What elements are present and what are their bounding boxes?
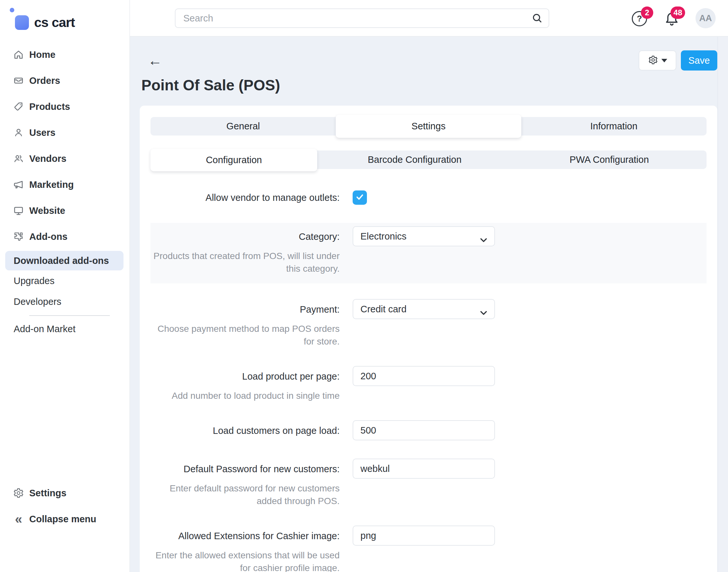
home-icon	[13, 49, 24, 60]
topbar: ? 2 48 AA	[130, 0, 728, 37]
page-header: ← Save	[140, 50, 717, 71]
avatar[interactable]: AA	[696, 8, 716, 28]
tab-pwa-configuration[interactable]: PWA Configuration	[512, 150, 707, 169]
sidebar-footer: Settings « Collapse menu	[0, 480, 129, 572]
sidebar-item-upgrades[interactable]: Upgrades	[0, 270, 129, 291]
header-actions: Save	[639, 50, 717, 71]
field-hint: Add number to load product in single tim…	[150, 389, 340, 402]
notifications-badge: 48	[670, 6, 685, 19]
sidebar-item-add-ons[interactable]: Add-ons	[0, 224, 129, 249]
collapse-chevrons-icon: «	[13, 513, 24, 524]
field-label: Load product per page:	[150, 370, 340, 383]
settings-dropdown-button[interactable]	[639, 50, 676, 71]
main-column: ? 2 48 AA ←	[130, 0, 728, 572]
topbar-actions: ? 2 48 AA	[632, 0, 728, 28]
tab-information[interactable]: Information	[521, 117, 707, 136]
save-button[interactable]: Save	[681, 50, 717, 71]
tab-configuration[interactable]: Configuration	[150, 149, 317, 171]
field-hint: Choose payment method to map POS orders …	[150, 323, 340, 348]
form-row-default-password: Default Password for new customers: Ente…	[150, 458, 707, 507]
sidebar-item-vendors[interactable]: Vendors	[0, 146, 129, 171]
megaphone-icon	[13, 179, 24, 190]
sidebar-item-products[interactable]: Products	[0, 93, 129, 120]
sidebar-item-downloaded-add-ons[interactable]: Downloaded add-ons	[5, 251, 124, 270]
sidebar-item-home[interactable]: Home	[0, 42, 129, 68]
logo-dot	[10, 8, 14, 12]
tab-settings[interactable]: Settings	[336, 115, 521, 138]
search-input[interactable]	[175, 8, 549, 28]
sidebar-item-developers[interactable]: Developers	[0, 291, 129, 312]
chevron-down-icon	[480, 234, 487, 238]
tab-general[interactable]: General	[150, 117, 336, 136]
tab-bar: General Settings Information	[150, 117, 707, 136]
search-bar	[175, 8, 549, 28]
field-label: Payment:	[150, 303, 340, 316]
allowed-extensions-input[interactable]	[353, 525, 495, 546]
load-product-per-page-input[interactable]	[353, 366, 495, 386]
users-group-icon	[13, 153, 24, 164]
help-badge: 2	[641, 6, 653, 19]
chevron-down-icon	[661, 59, 667, 62]
field-hint: Enter the allowed extensions that will b…	[150, 549, 340, 572]
sidebar-item-marketing[interactable]: Marketing	[0, 171, 129, 198]
field-label: Category:	[150, 231, 340, 243]
form-row-allow-vendor: Allow vendor to manage outlets:	[150, 191, 707, 205]
sidebar-item-settings[interactable]: Settings	[0, 480, 129, 506]
field-hint: Products that created from POS, will lis…	[150, 249, 340, 275]
subtab-bar: Configuration Barcode Configuration PWA …	[150, 150, 707, 169]
form-row-load-product: Load product per page: Add number to loa…	[150, 366, 707, 402]
notifications-button[interactable]: 48	[664, 10, 680, 27]
logo-text: cs cart	[34, 15, 75, 30]
sidebar-item-collapse-menu[interactable]: « Collapse menu	[0, 506, 129, 532]
gear-icon	[13, 488, 24, 499]
back-arrow-icon[interactable]: ←	[148, 53, 162, 68]
form-row-category: Category: Products that created from POS…	[150, 223, 707, 283]
logo-mark	[15, 15, 29, 30]
field-label: Default Password for new customers:	[150, 463, 340, 476]
gear-icon	[648, 55, 658, 66]
sidebar-divider	[29, 315, 110, 316]
payment-select[interactable]: Credit card	[353, 299, 495, 319]
form-row-allowed-extensions: Allowed Extensions for Cashier image: En…	[150, 525, 707, 572]
configuration-form: Allow vendor to manage outlets: Category…	[150, 191, 707, 572]
form-row-payment: Payment: Choose payment method to map PO…	[150, 299, 707, 348]
cs-cart-logo[interactable]: cs cart	[0, 0, 129, 42]
allow-vendor-checkbox[interactable]	[353, 191, 367, 205]
sidebar-nav: Home Orders Products Users Vendors Marke…	[0, 42, 129, 339]
tag-icon	[13, 101, 24, 112]
orders-inbox-icon	[13, 75, 24, 86]
scrollbar-track[interactable]	[718, 37, 728, 572]
sidebar-item-orders[interactable]: Orders	[0, 68, 129, 93]
content-area: ← Save Point Of Sale (POS) General Setti…	[130, 37, 728, 572]
default-password-input[interactable]	[353, 458, 495, 479]
chevron-down-icon	[480, 307, 487, 311]
checkmark-icon	[355, 193, 364, 203]
page-title: Point Of Sale (POS)	[141, 76, 717, 94]
monitor-icon	[13, 205, 24, 216]
tab-barcode-configuration[interactable]: Barcode Configuration	[317, 150, 512, 169]
field-label: Allowed Extensions for Cashier image:	[150, 530, 340, 543]
field-label: Load customers on page load:	[150, 425, 340, 437]
load-customers-input[interactable]	[353, 420, 495, 440]
sidebar-item-add-on-market[interactable]: Add-on Market	[0, 318, 129, 339]
category-select[interactable]: Electronics	[353, 226, 495, 246]
sidebar-item-website[interactable]: Website	[0, 198, 129, 224]
settings-panel: General Settings Information Configurati…	[140, 105, 717, 572]
sidebar-item-users[interactable]: Users	[0, 120, 129, 146]
sidebar: cs cart Home Orders Products Users Vendo…	[0, 0, 130, 572]
field-hint: Enter default password for new customers…	[150, 482, 340, 507]
user-icon	[13, 127, 24, 138]
search-icon[interactable]	[532, 13, 543, 24]
puzzle-icon	[13, 231, 24, 242]
help-button[interactable]: ? 2	[632, 10, 649, 27]
app-window: cs cart Home Orders Products Users Vendo…	[0, 0, 728, 572]
field-label: Allow vendor to manage outlets:	[150, 192, 340, 204]
form-row-load-customers: Load customers on page load:	[150, 420, 707, 440]
